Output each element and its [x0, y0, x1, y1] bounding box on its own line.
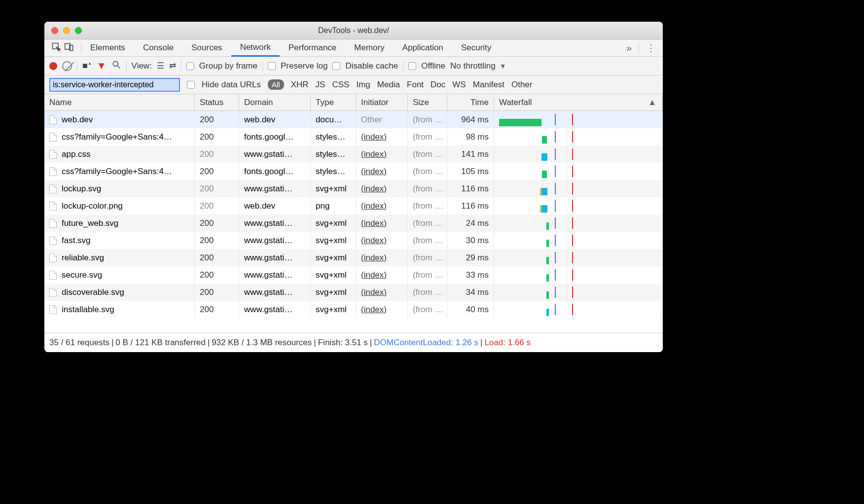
col-size[interactable]: Size — [408, 94, 447, 110]
filter-icon[interactable]: ▼ — [97, 60, 107, 72]
separator — [126, 61, 127, 72]
network-toolbar: ■▲ ▼ View: ☰ ⇄ Group by frame Preserve l… — [44, 57, 663, 75]
file-icon — [49, 167, 57, 176]
file-icon — [49, 288, 57, 297]
col-type[interactable]: Type — [311, 94, 356, 110]
devtools-window: DevTools - web.dev/ ElementsConsoleSourc… — [44, 22, 663, 352]
file-icon — [49, 305, 57, 314]
sort-indicator-icon: ▲ — [648, 98, 656, 108]
filter-type-img[interactable]: Img — [356, 80, 370, 90]
filter-type-xhr[interactable]: XHR — [291, 80, 309, 90]
table-row[interactable]: future_web.svg200www.gstati…svg+xml(inde… — [44, 215, 663, 232]
filter-type-js[interactable]: JS — [316, 80, 325, 90]
separator — [77, 61, 77, 72]
table-row[interactable]: lockup-color.png200web.devpng(index)(fro… — [44, 197, 663, 215]
table-row[interactable]: app.css200www.gstati…styles…(index)(from… — [44, 145, 663, 163]
table-row[interactable]: css?family=Google+Sans:4…200fonts.googl…… — [44, 163, 663, 180]
filter-type-other[interactable]: Other — [511, 80, 533, 90]
table-row[interactable]: discoverable.svg200www.gstati…svg+xml(in… — [44, 284, 663, 301]
status-dcl: DOMContentLoaded: 1.26 s — [374, 338, 478, 348]
col-time[interactable]: Time — [447, 94, 494, 110]
window-title: DevTools - web.dev/ — [44, 26, 663, 35]
large-rows-icon[interactable]: ☰ — [157, 61, 164, 71]
status-load: Load: 1.66 s — [484, 338, 531, 348]
offline-checkbox[interactable] — [408, 62, 416, 70]
tab-elements[interactable]: Elements — [81, 39, 134, 57]
table-row[interactable]: reliable.svg200www.gstati…svg+xml(index)… — [44, 249, 663, 266]
tab-performance[interactable]: Performance — [280, 39, 345, 57]
filter-input[interactable] — [49, 78, 180, 92]
group-by-frame-label: Group by frame — [199, 61, 257, 71]
view-label: View: — [132, 61, 152, 71]
filter-type-all[interactable]: All — [268, 79, 284, 90]
requests-table: web.dev200web.devdocu…Other(from …964 ms… — [44, 111, 663, 333]
filter-type-css[interactable]: CSS — [332, 80, 349, 90]
disable-cache-label: Disable cache — [345, 61, 398, 71]
preserve-log-label: Preserve log — [281, 61, 327, 71]
settings-menu-button[interactable]: ⋮ — [639, 42, 663, 54]
filter-type-ws[interactable]: WS — [452, 80, 466, 90]
tab-memory[interactable]: Memory — [345, 39, 393, 57]
clear-button[interactable] — [62, 61, 72, 71]
svg-point-3 — [113, 61, 118, 66]
separator — [403, 61, 403, 72]
overview-pane-icon[interactable]: ⇄ — [169, 61, 176, 71]
file-icon — [49, 219, 57, 228]
col-domain[interactable]: Domain — [239, 94, 311, 110]
file-icon — [49, 271, 57, 280]
inspect-icon[interactable] — [51, 42, 61, 54]
filter-type-manifest[interactable]: Manifest — [473, 80, 504, 90]
search-icon[interactable] — [111, 60, 121, 72]
file-icon — [49, 115, 57, 124]
table-row[interactable]: lockup.svg200www.gstati…svg+xml(index)(f… — [44, 180, 663, 197]
separator — [262, 61, 263, 72]
status-transferred: 0 B / 121 KB transferred — [115, 338, 205, 348]
status-resources: 932 KB / 1.3 MB resources — [212, 338, 312, 348]
file-icon — [49, 202, 57, 211]
file-icon — [49, 184, 57, 193]
tab-application[interactable]: Application — [394, 39, 452, 57]
throttling-select[interactable]: No throttling▼ — [450, 61, 506, 71]
record-button[interactable] — [49, 62, 57, 70]
group-by-frame-checkbox[interactable] — [186, 62, 194, 70]
col-status[interactable]: Status — [195, 94, 239, 110]
more-tabs-button[interactable]: » — [619, 42, 639, 54]
titlebar: DevTools - web.dev/ — [44, 22, 663, 39]
file-icon — [49, 236, 57, 245]
col-name[interactable]: Name — [44, 94, 195, 110]
hide-data-urls-label: Hide data URLs — [202, 80, 261, 90]
separator — [181, 61, 181, 72]
file-icon — [49, 150, 57, 159]
status-finish: Finish: 3.51 s — [318, 338, 368, 348]
table-row[interactable]: fast.svg200www.gstati…svg+xml(index)(fro… — [44, 232, 663, 249]
offline-label: Offline — [421, 61, 445, 71]
status-bar: 35 / 61 requests | 0 B / 121 KB transfer… — [44, 333, 663, 352]
table-row[interactable]: secure.svg200www.gstati…svg+xml(index)(f… — [44, 266, 663, 284]
table-row[interactable]: installable.svg200www.gstati…svg+xml(ind… — [44, 301, 663, 318]
file-icon — [49, 133, 57, 142]
filter-type-font[interactable]: Font — [407, 80, 424, 90]
camera-icon[interactable]: ■▲ — [82, 61, 92, 71]
col-waterfall[interactable]: Waterfall ▲ — [494, 94, 663, 110]
device-toggle-icon[interactable] — [64, 42, 74, 54]
status-requests: 35 / 61 requests — [49, 338, 109, 348]
disable-cache-checkbox[interactable] — [332, 62, 340, 70]
file-icon — [49, 253, 57, 262]
table-row[interactable]: web.dev200web.devdocu…Other(from …964 ms — [44, 111, 663, 128]
tab-network[interactable]: Network — [231, 39, 280, 57]
tab-security[interactable]: Security — [452, 39, 500, 57]
filter-type-doc[interactable]: Doc — [431, 80, 445, 90]
table-row[interactable]: css?family=Google+Sans:4…200fonts.googl…… — [44, 128, 663, 145]
filter-type-media[interactable]: Media — [377, 80, 400, 90]
col-initiator[interactable]: Initiator — [356, 94, 408, 110]
filter-bar: Hide data URLs AllXHRJSCSSImgMediaFontDo… — [44, 75, 663, 94]
chevron-down-icon: ▼ — [500, 62, 506, 70]
tab-console[interactable]: Console — [134, 39, 182, 57]
preserve-log-checkbox[interactable] — [268, 62, 276, 70]
hide-data-urls-checkbox[interactable] — [187, 81, 195, 89]
panel-tabbar: ElementsConsoleSourcesNetworkPerformance… — [44, 39, 663, 57]
table-header: Name Status Domain Type Initiator Size T… — [44, 94, 663, 111]
tab-sources[interactable]: Sources — [182, 39, 231, 57]
